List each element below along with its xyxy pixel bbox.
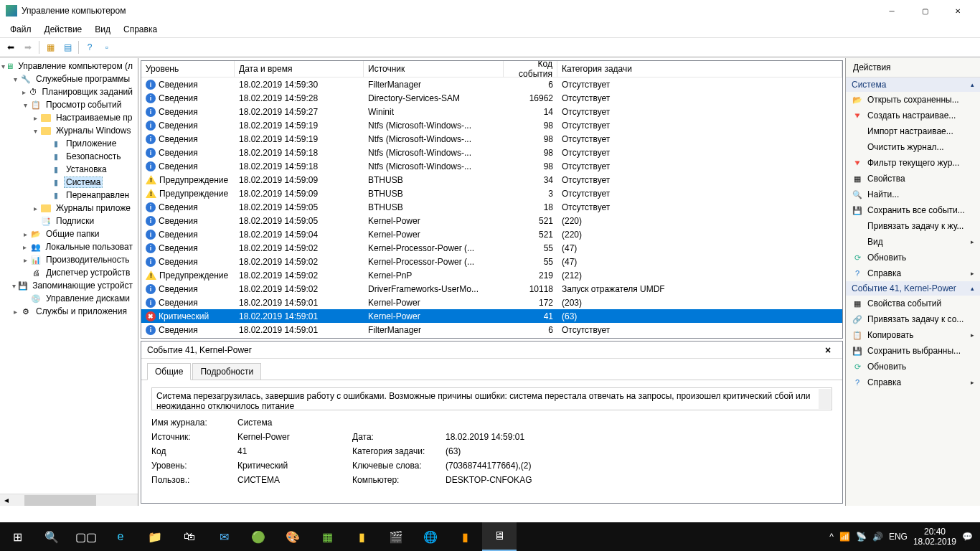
taskbar-mail[interactable]: ✉	[207, 522, 241, 551]
tree-customviews[interactable]: ▸Настраиваемые пр	[0, 111, 138, 124]
taskbar-app2[interactable]: ▮	[344, 522, 379, 551]
maximize-button[interactable]: ▢	[908, 0, 941, 22]
taskbar-explorer[interactable]: 📁	[138, 522, 172, 551]
event-row[interactable]: iСведения18.02.2019 14:59:28Directory-Se…	[141, 91, 842, 105]
event-list-body[interactable]: iСведения18.02.2019 14:59:30FilterManage…	[141, 77, 842, 338]
tree-subs[interactable]: 📑Подписки	[0, 215, 138, 227]
event-row[interactable]: iСведения18.02.2019 14:59:01Kernel-Power…	[141, 296, 842, 309]
taskbar-paint[interactable]: 🎨	[275, 522, 310, 551]
tree-system[interactable]: ▮Система	[0, 176, 138, 189]
action-properties[interactable]: ▦Свойства	[846, 171, 980, 187]
tree-svcapps[interactable]: ▸⚙Службы и приложения	[0, 305, 138, 318]
tree-devmgr[interactable]: 🖨Диспетчер устройств	[0, 266, 138, 279]
tab-general[interactable]: Общие	[147, 363, 191, 380]
actions-section-event[interactable]: Событие 41, Kernel-Power▴	[846, 281, 980, 296]
event-row[interactable]: ✖Критический18.02.2019 14:59:01Kernel-Po…	[141, 309, 842, 323]
taskview-button[interactable]: ▢▢	[69, 522, 103, 551]
action-create-custom[interactable]: 🔻Создать настраивае...	[846, 108, 980, 123]
tree-application[interactable]: ▮Приложение	[0, 137, 138, 150]
menu-view[interactable]: Вид	[89, 23, 116, 36]
event-row[interactable]: iСведения18.02.2019 14:59:05Kernel-Power…	[141, 214, 842, 227]
tree-services[interactable]: ▾🔧Служебные программы	[0, 72, 138, 85]
menu-help[interactable]: Справка	[118, 23, 163, 36]
minimize-button[interactable]: ─	[875, 0, 908, 22]
action-save-selected[interactable]: 💾Сохранить выбранны...	[846, 343, 980, 359]
tree-perf[interactable]: ▸📊Производительность	[0, 253, 138, 266]
toolbar-show-hide-button[interactable]: ▦	[42, 39, 58, 55]
event-row[interactable]: iСведения18.02.2019 14:59:19Ntfs (Micros…	[141, 132, 842, 146]
event-row[interactable]: iСведения18.02.2019 14:59:30FilterManage…	[141, 77, 842, 91]
tree-storage[interactable]: ▾💾Запоминающие устройст	[0, 279, 138, 292]
tree-scheduler[interactable]: ▸⏱Планировщик заданий	[0, 85, 138, 98]
event-row[interactable]: iСведения18.02.2019 14:59:18Ntfs (Micros…	[141, 159, 842, 173]
taskbar-store[interactable]: 🛍	[172, 522, 207, 551]
action-help2[interactable]: ?Справка▸	[846, 375, 980, 390]
event-row[interactable]: !Предупреждение18.02.2019 14:59:09BTHUSB…	[141, 173, 842, 187]
toolbar-back-button[interactable]: ⬅	[3, 39, 19, 55]
tree-applogs[interactable]: ▸Журналы приложе	[0, 202, 138, 215]
tree-winlogs[interactable]: ▾Журналы Windows	[0, 124, 138, 137]
close-button[interactable]: ✕	[941, 0, 974, 22]
event-row[interactable]: !Предупреждение18.02.2019 14:59:09BTHUSB…	[141, 187, 842, 200]
detail-close-button[interactable]: ×	[825, 344, 837, 356]
toolbar-extra-button[interactable]: ▫	[99, 39, 115, 55]
taskbar-app4[interactable]: 🌐	[413, 522, 448, 551]
action-copy[interactable]: 📋Копировать▸	[846, 327, 980, 343]
detail-msg-scrollbar[interactable]	[819, 389, 831, 409]
action-clear-log[interactable]: Очистить журнал...	[846, 139, 980, 155]
toolbar-properties-button[interactable]: ▤	[60, 39, 75, 55]
tree-setup[interactable]: ▮Установка	[0, 163, 138, 176]
action-refresh[interactable]: ⟳Обновить	[846, 250, 980, 265]
tray-clock[interactable]: 20:40 18.02.2019	[913, 527, 956, 547]
action-event-props[interactable]: ▦Свойства событий	[846, 296, 980, 311]
taskbar-app1[interactable]: ▦	[310, 522, 344, 551]
tree-users[interactable]: ▸👥Локальные пользоват	[0, 240, 138, 253]
tree-diskmgmt[interactable]: 💿Управление дисками	[0, 292, 138, 305]
tray-volume-icon[interactable]: 🔊	[872, 532, 883, 542]
tray-notifications-icon[interactable]: 💬	[962, 532, 973, 542]
tab-details[interactable]: Подробности	[192, 363, 261, 380]
taskbar-edge[interactable]: e	[103, 522, 138, 551]
tree-forwarded[interactable]: ▮Перенаправлен	[0, 189, 138, 202]
event-row[interactable]: iСведения18.02.2019 14:59:19Ntfs (Micros…	[141, 118, 842, 132]
action-save-all[interactable]: 💾Сохранить все событи...	[846, 202, 980, 218]
event-row[interactable]: iСведения18.02.2019 14:59:01FilterManage…	[141, 323, 842, 336]
action-view[interactable]: Вид▸	[846, 234, 980, 250]
action-help[interactable]: ?Справка▸	[846, 265, 980, 281]
toolbar-forward-button[interactable]: ➡	[20, 39, 36, 55]
event-row[interactable]: iСведения18.02.2019 14:59:05BTHUSB18Отсу…	[141, 200, 842, 214]
event-row[interactable]: iСведения18.02.2019 14:59:18Ntfs (Micros…	[141, 146, 842, 159]
tray-network-icon[interactable]: 📶	[839, 532, 850, 542]
action-find[interactable]: 🔍Найти...	[846, 187, 980, 202]
event-row[interactable]: iСведения18.02.2019 14:59:02Kernel-Proce…	[141, 255, 842, 268]
event-row[interactable]: !Предупреждение18.02.2019 14:59:02Kernel…	[141, 268, 842, 282]
tree-root[interactable]: ▾🖥Управление компьютером (л	[0, 60, 138, 72]
taskbar-app3[interactable]: 🎬	[379, 522, 413, 551]
action-open-saved[interactable]: 📂Открыть сохраненны...	[846, 92, 980, 108]
column-datetime[interactable]: Дата и время	[235, 61, 364, 77]
event-row[interactable]: iСведения18.02.2019 14:59:04Kernel-Power…	[141, 227, 842, 241]
taskbar-sublime[interactable]: ▮	[448, 522, 482, 551]
toolbar-help-button[interactable]: ?	[82, 39, 98, 55]
tree-eventviewer[interactable]: ▾📋Просмотр событий	[0, 98, 138, 111]
taskbar-compmgmt[interactable]: 🖥	[482, 522, 517, 551]
event-row[interactable]: iСведения18.02.2019 14:59:27Wininit14Отс…	[141, 105, 842, 118]
tray-wifi-icon[interactable]: 📡	[856, 532, 867, 542]
action-filter-log[interactable]: 🔻Фильтр текущего жур...	[846, 155, 980, 171]
tray-chevron-icon[interactable]: ^	[829, 532, 834, 542]
search-button[interactable]: 🔍	[34, 522, 69, 551]
column-level[interactable]: Уровень	[141, 61, 235, 77]
taskbar-chrome[interactable]: 🟢	[241, 522, 275, 551]
action-import-custom[interactable]: Импорт настраивае...	[846, 123, 980, 139]
column-source[interactable]: Источник	[364, 61, 504, 77]
menu-action[interactable]: Действие	[39, 23, 88, 36]
actions-section-system[interactable]: Система▴	[846, 77, 980, 92]
action-attach-task[interactable]: Привязать задачу к жу...	[846, 218, 980, 234]
column-category[interactable]: Категория задачи	[557, 61, 842, 77]
event-row[interactable]: iСведения18.02.2019 14:59:02DriverFramew…	[141, 282, 842, 296]
column-eventid[interactable]: Код события	[504, 61, 557, 77]
action-refresh2[interactable]: ⟳Обновить	[846, 359, 980, 375]
start-button[interactable]: ⊞	[0, 522, 34, 551]
menu-file[interactable]: Файл	[4, 23, 37, 36]
tray-lang[interactable]: ENG	[889, 532, 908, 542]
